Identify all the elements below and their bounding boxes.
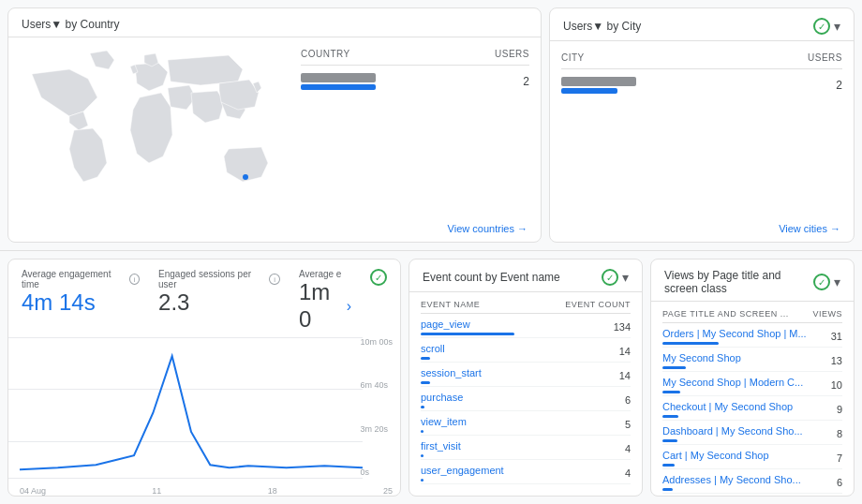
pages-card-title: Views by Page title and screen class xyxy=(664,269,813,295)
event-name: first_visit xyxy=(421,440,461,457)
page-views-header: VIEWS xyxy=(812,309,842,319)
city-table: CITY USERS 2 xyxy=(550,41,854,217)
country-label-bar xyxy=(301,73,376,82)
event-table-row: first_visit 4 xyxy=(421,436,631,460)
event-card-title: Event count by Event name xyxy=(423,271,560,284)
event-table-row: session_start 14 xyxy=(421,363,631,387)
x-label-2: 11 xyxy=(152,486,161,496)
country-bar xyxy=(301,84,376,90)
page-table-row: Dashboard | My Second Sho... 8 xyxy=(662,421,842,445)
page-views-card: Views by Page title and screen class ✓ ▾… xyxy=(650,259,855,497)
page-table-row: My Second Shop | Modern C... 10 xyxy=(662,372,842,396)
page-bar xyxy=(662,415,678,418)
metric-avg-e: Average e 1m 0 › xyxy=(299,269,351,334)
page-table-row: Checkout | My Second Shop 9 xyxy=(662,396,842,421)
users-col-header: USERS xyxy=(495,49,529,59)
metric3-label: Average e xyxy=(299,269,341,279)
event-bar xyxy=(421,479,424,482)
chart-y-labels: 10m 00s 6m 40s 3m 20s 0s xyxy=(360,337,393,477)
city-card-title: Users▼ by City xyxy=(563,20,641,33)
city-col-header: CITY xyxy=(561,52,585,63)
event-count: 5 xyxy=(625,419,631,430)
page-view-count: 7 xyxy=(837,452,842,464)
metric3-value: 1m 0 xyxy=(299,279,347,334)
page-view-count: 31 xyxy=(831,331,842,342)
page-title-header: PAGE TITLE AND SCREEN ... xyxy=(662,309,789,319)
page-view-count: 8 xyxy=(837,428,842,439)
country-col-header: COUNTRY xyxy=(301,49,350,59)
event-name: session_start xyxy=(421,367,482,384)
event-count: 134 xyxy=(614,321,631,333)
table-row: 2 xyxy=(301,66,529,94)
metric-engaged-sessions: Engaged sessions per user i 2.3 xyxy=(158,269,280,317)
view-cities-link[interactable]: View cities → xyxy=(550,217,854,242)
pages-check-icon: ✓ xyxy=(813,274,830,290)
event-table-row: user_engagement 4 xyxy=(421,460,631,484)
metric2-value: 2.3 xyxy=(158,289,280,317)
page-name: Cart | My Second Shop xyxy=(662,450,829,467)
engagement-check-icon: ✓ xyxy=(370,269,387,286)
event-table-row: scroll 14 xyxy=(421,338,631,363)
page-bar xyxy=(662,464,675,467)
page-name: My Second Shop | Modern C... xyxy=(662,377,824,393)
page-view-count: 10 xyxy=(831,379,842,391)
y-label-mid2: 3m 20s xyxy=(360,424,393,434)
event-name: user_engagement xyxy=(421,465,504,482)
event-dropdown-btn[interactable]: ▾ xyxy=(622,270,629,285)
page-table-row: My Second Shop 13 xyxy=(662,348,842,372)
event-bar xyxy=(421,406,424,408)
country-table: COUNTRY USERS 2 xyxy=(290,37,541,217)
page-table-row: Orders | My Second Shop | M... 31 xyxy=(662,323,842,348)
page-view-count: 9 xyxy=(837,404,842,415)
event-count: 4 xyxy=(625,443,631,454)
engagement-card: Average engagement time i 4m 14s Engaged… xyxy=(7,259,401,497)
event-rows-container: page_view 134 scroll 14 session_start 14… xyxy=(421,314,631,484)
page-name: Orders | My Second Shop | M... xyxy=(662,328,824,345)
page-bar xyxy=(662,366,686,369)
table-row: 2 xyxy=(561,69,842,97)
event-bar xyxy=(421,333,514,335)
world-map xyxy=(8,37,290,217)
metric2-label: Engaged sessions per user xyxy=(158,269,266,289)
nav-chevron-icon[interactable]: › xyxy=(347,298,351,315)
x-label-4: 25 xyxy=(383,486,393,496)
metric1-value: 4m 14s xyxy=(22,289,140,317)
chart-x-labels: 04 Aug 11 18 25 xyxy=(20,486,393,496)
page-bar xyxy=(662,342,719,345)
page-name: My Second Shop xyxy=(662,352,824,369)
x-label-1: 04 Aug xyxy=(20,486,46,496)
chart-area xyxy=(20,337,363,479)
view-countries-link[interactable]: View countries → xyxy=(8,217,541,242)
y-label-mid1: 6m 40s xyxy=(360,380,393,390)
x-label-3: 18 xyxy=(268,486,277,496)
page-table-row: Addresses | My Second Sho... 6 xyxy=(662,469,842,494)
event-table-row: view_item 5 xyxy=(421,411,631,436)
metric-engagement-time: Average engagement time i 4m 14s xyxy=(22,269,140,317)
pages-dropdown-btn[interactable]: ▾ xyxy=(834,274,840,289)
event-check-icon: ✓ xyxy=(602,269,618,286)
engagement-chart: 10m 00s 6m 40s 3m 20s 0s 04 Aug 11 18 25 xyxy=(8,337,400,496)
event-name: scroll xyxy=(421,343,445,360)
event-name: view_item xyxy=(421,416,467,433)
dropdown-btn[interactable]: ▾ xyxy=(834,19,840,34)
event-name: purchase xyxy=(421,392,463,408)
page-rows-container: Orders | My Second Shop | M... 31 My Sec… xyxy=(662,323,842,494)
view-events-link[interactable]: View events → xyxy=(409,488,642,497)
info-icon-2: i xyxy=(269,274,280,285)
map-card-title: Users▼ by Country xyxy=(22,18,120,31)
event-bar xyxy=(421,430,424,433)
metrics-row: Average engagement time i 4m 14s Engaged… xyxy=(8,259,400,337)
city-bar xyxy=(561,88,617,94)
event-count: 4 xyxy=(625,467,631,479)
page-name: Checkout | My Second Shop xyxy=(662,401,829,418)
page-bar xyxy=(662,391,680,393)
event-count-header: EVENT COUNT xyxy=(565,300,631,309)
city-users-col-header: USERS xyxy=(808,52,842,63)
city-card: Users▼ by City ✓ ▾ CITY USERS 2 xyxy=(549,7,855,243)
event-count: 14 xyxy=(619,370,631,381)
y-label-bottom: 0s xyxy=(360,467,393,477)
event-name: page_view xyxy=(421,319,514,335)
city-label-bar xyxy=(561,77,636,86)
event-count: 6 xyxy=(625,394,631,406)
map-card: Users▼ by Country xyxy=(7,7,542,243)
